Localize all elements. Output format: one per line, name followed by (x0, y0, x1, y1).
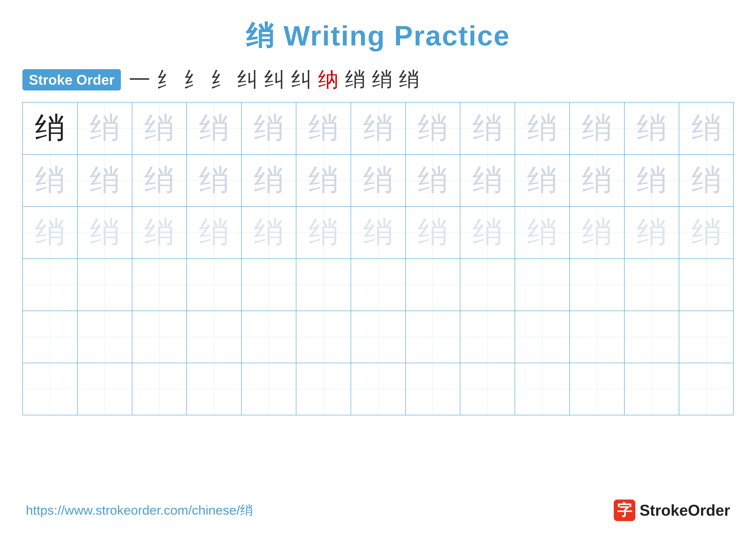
cell-1-8: 绡 (406, 103, 461, 154)
cell-2-6: 绡 (296, 155, 351, 206)
practice-grid: 绡 绡 绡 绡 绡 绡 绡 绡 绡 绡 绡 绡 绡 绡 绡 绡 绡 绡 绡 绡 … (22, 102, 734, 415)
stroke-char-10: 绡 (372, 66, 392, 93)
char-1-9: 绡 (472, 108, 502, 149)
cell-5-7 (351, 311, 406, 363)
cell-3-6: 绡 (296, 207, 351, 259)
cell-3-12: 绡 (625, 207, 679, 259)
cell-1-3: 绡 (132, 103, 187, 154)
char-2-13: 绡 (691, 160, 721, 201)
cell-2-11: 绡 (570, 155, 625, 206)
cell-1-10: 绡 (515, 103, 570, 154)
char-3-2: 绡 (90, 212, 120, 253)
char-3-7: 绡 (363, 212, 393, 253)
char-3-6: 绡 (309, 212, 338, 253)
cell-2-12: 绡 (625, 155, 679, 206)
cell-3-2: 绡 (78, 207, 132, 259)
char-1-10: 绡 (527, 108, 557, 149)
cell-2-7: 绡 (351, 155, 406, 206)
cell-4-6 (296, 259, 351, 311)
cell-6-6 (296, 363, 351, 415)
char-1-12: 绡 (636, 108, 667, 149)
cell-2-4: 绡 (187, 155, 242, 206)
cell-6-9 (460, 363, 515, 415)
char-2-12: 绡 (636, 160, 667, 201)
char-2-11: 绡 (582, 160, 612, 201)
cell-5-8 (406, 311, 461, 363)
char-1-1: 绡 (35, 108, 65, 149)
cell-1-4: 绡 (187, 103, 242, 154)
cell-6-2 (78, 363, 132, 415)
cell-5-12 (625, 311, 679, 363)
cell-4-13 (679, 259, 734, 311)
char-2-3: 绡 (144, 160, 174, 201)
stroke-char-8: 纳 (318, 66, 338, 93)
cell-3-13: 绡 (679, 207, 734, 259)
cell-3-11: 绡 (570, 207, 625, 259)
cell-3-1: 绡 (23, 207, 78, 259)
cell-5-11 (570, 311, 625, 363)
cell-6-12 (625, 363, 679, 415)
footer-logo: 字 StrokeOrder (614, 499, 730, 521)
char-2-8: 绡 (418, 160, 448, 201)
char-2-9: 绡 (472, 160, 502, 201)
cell-3-3: 绡 (132, 207, 187, 259)
cell-1-6: 绡 (296, 103, 351, 154)
char-1-4: 绡 (199, 108, 229, 149)
char-1-3: 绡 (144, 108, 174, 149)
stroke-char-9: 绡 (345, 66, 365, 93)
cell-4-2 (78, 259, 132, 311)
cell-4-5 (242, 259, 296, 311)
cell-1-2: 绡 (78, 103, 132, 154)
stroke-char-5: 纠 (237, 66, 258, 93)
char-3-13: 绡 (691, 212, 721, 253)
cell-6-8 (406, 363, 461, 415)
cell-2-9: 绡 (460, 155, 515, 206)
cell-4-9 (460, 259, 515, 311)
grid-row-3: 绡 绡 绡 绡 绡 绡 绡 绡 绡 绡 绡 绡 绡 (23, 207, 733, 259)
cell-5-1 (23, 311, 78, 363)
cell-2-13: 绡 (679, 155, 734, 206)
char-3-9: 绡 (472, 212, 502, 253)
cell-5-2 (78, 311, 132, 363)
cell-2-2: 绡 (78, 155, 132, 206)
char-1-7: 绡 (363, 108, 393, 149)
char-3-1: 绡 (35, 212, 65, 253)
cell-4-7 (351, 259, 406, 311)
cell-1-1: 绡 (23, 103, 78, 154)
cell-6-11 (570, 363, 625, 415)
cell-3-10: 绡 (515, 207, 570, 259)
cell-4-11 (570, 259, 625, 311)
char-3-5: 绡 (254, 212, 284, 253)
stroke-char-2: 纟 (156, 66, 177, 93)
stroke-char-3: 纟 (183, 66, 204, 93)
grid-row-5 (23, 311, 733, 363)
char-2-1: 绡 (35, 160, 65, 201)
cell-4-1 (23, 259, 78, 311)
cell-5-3 (132, 311, 187, 363)
cell-4-10 (515, 259, 570, 311)
cell-3-4: 绡 (187, 207, 242, 259)
cell-1-5: 绡 (242, 103, 296, 154)
char-3-11: 绡 (582, 212, 612, 253)
char-3-12: 绡 (636, 212, 667, 253)
cell-5-6 (296, 311, 351, 363)
grid-row-4 (23, 259, 733, 311)
char-3-3: 绡 (144, 212, 174, 253)
grid-row-2: 绡 绡 绡 绡 绡 绡 绡 绡 绡 绡 绡 绡 绡 (23, 155, 733, 207)
cell-1-7: 绡 (351, 103, 406, 154)
char-1-11: 绡 (582, 108, 612, 149)
char-3-10: 绡 (527, 212, 557, 253)
cell-1-13: 绡 (679, 103, 734, 154)
cell-5-10 (515, 311, 570, 363)
cell-5-9 (460, 311, 515, 363)
cell-5-13 (679, 311, 734, 363)
char-1-2: 绡 (90, 108, 120, 149)
cell-4-12 (625, 259, 679, 311)
stroke-char-11: 绡 (399, 66, 419, 93)
strokeorder-logo-icon: 字 (614, 499, 635, 521)
cell-2-5: 绡 (242, 155, 296, 206)
cell-5-5 (242, 311, 296, 363)
grid-row-6 (23, 363, 733, 415)
cell-2-10: 绡 (515, 155, 570, 206)
cell-1-11: 绡 (570, 103, 625, 154)
